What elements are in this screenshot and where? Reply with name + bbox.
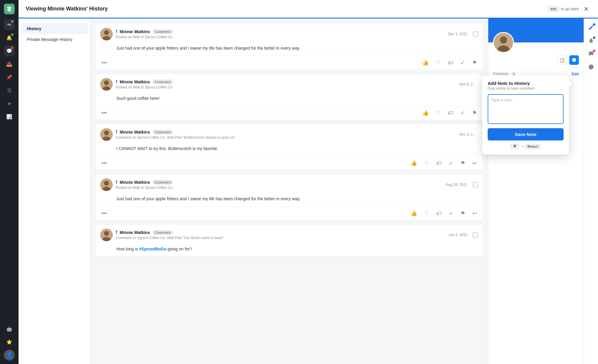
sidebar-messages[interactable]: 💬 [4, 45, 15, 56]
reply-icon[interactable]: ↩ [471, 159, 478, 168]
like-icon[interactable]: 👍 [421, 58, 430, 67]
post-header: f Minnie Watkins Customers Posted on Wal… [95, 24, 483, 43]
nav-item-private-message[interactable]: Private Message History [21, 34, 88, 45]
flag-icon[interactable]: ⚑ [471, 58, 478, 67]
sidebar-bot[interactable]: 🤖 [4, 323, 15, 334]
post-avatar [100, 178, 113, 191]
post-sub: Posted on Wall of Sprout Coffee Co. [116, 35, 445, 39]
right-chat-icon[interactable] [586, 48, 597, 59]
flag-icon[interactable]: ⚑ [459, 209, 466, 218]
more-options-icon[interactable]: ••• [100, 159, 108, 168]
post-header: f Minnie Watkins Customers Comment on Sp… [95, 224, 483, 244]
facebook-icon: f [116, 230, 117, 235]
post-avatar [100, 28, 113, 40]
sidebar-pin[interactable]: 📌 [4, 72, 15, 82]
right-compose-icon[interactable] [586, 22, 597, 33]
sidebar-analytics[interactable]: 📊 [4, 111, 15, 122]
post-date: Nov 8, 2... [459, 82, 476, 86]
heart-icon[interactable]: ♡ [423, 159, 430, 168]
post-body: How long is #SproutBoGo going on for? [95, 244, 483, 256]
flag-icon[interactable]: ⚑ [459, 159, 466, 168]
heart-icon[interactable]: ♡ [435, 108, 442, 117]
like-icon[interactable]: 👍 [409, 209, 418, 218]
profile-avatar [493, 32, 514, 53]
post-customers-tag: Customers [152, 79, 173, 84]
clipboard-button[interactable]: 📋 [557, 55, 567, 65]
check-icon[interactable]: ✓ [459, 58, 466, 67]
post-date: Jun 3, 2021 [448, 233, 467, 237]
facebook-icon: f [116, 79, 117, 85]
post-customers-tag: Customers [152, 180, 173, 185]
right-panel: 📋 Following ∨ Edit Add Note to History O… [488, 19, 584, 364]
save-note-button[interactable]: Save Note [488, 128, 564, 140]
tag-icon[interactable]: 🏷 [435, 209, 443, 218]
heart-icon[interactable]: ♡ [423, 209, 430, 218]
user-avatar[interactable]: 👤 [4, 350, 15, 360]
page-title: Viewing Minnie Watkins' History [26, 6, 548, 12]
post-header: f Minnie Watkins Customers Comment on Sp… [95, 124, 483, 144]
post-sub: Comment on Sprout Coffee Co. Wall Post "… [116, 236, 446, 240]
svg-point-19 [591, 68, 591, 68]
post-date: Aug 28, 2021 [446, 183, 467, 187]
sidebar-send[interactable]: ➤ [4, 98, 15, 109]
post-author-name: Minnie Watkins [120, 230, 150, 235]
esc-badge: esc [548, 6, 559, 12]
app-logo[interactable] [4, 4, 15, 14]
add-note-popup: Add Note to History Only visible to team… [482, 75, 569, 155]
sidebar-notifications[interactable]: 🔔 [4, 32, 15, 43]
post-body: Such good coffee here! [95, 94, 483, 106]
main-content: Viewing Minnie Watkins' History esc to g… [19, 0, 598, 364]
add-note-title: Add Note to History [488, 81, 564, 86]
svg-point-16 [500, 36, 507, 44]
sidebar-compose[interactable]: ✏ [4, 19, 15, 30]
facebook-icon: f [116, 29, 117, 34]
more-options-icon[interactable]: ••• [100, 59, 108, 67]
reply-icon[interactable]: ↩ [471, 209, 478, 218]
feed: f Minnie Watkins Customers Posted on Wal… [90, 19, 488, 364]
note-textarea[interactable] [488, 94, 564, 124]
profile-actions: 📋 [488, 53, 584, 68]
tag-icon[interactable]: 🏷 [435, 159, 443, 168]
check-icon[interactable]: ✓ [448, 209, 454, 218]
post-sub: Posted on Wall of Sprout Coffee Co. [116, 186, 443, 190]
sidebar-star[interactable]: ⭐ [4, 337, 15, 347]
svg-point-13 [104, 231, 109, 236]
tag-icon[interactable]: 🏷 [447, 109, 454, 117]
post-author-row: f Minnie Watkins Customers [116, 230, 446, 235]
post-author-name: Minnie Watkins [120, 180, 150, 185]
more-options-icon[interactable]: ••• [100, 109, 108, 117]
add-note-hint: ⌘ + Return [488, 143, 564, 149]
check-icon[interactable]: ✓ [459, 108, 466, 117]
post-checkbox[interactable] [473, 232, 478, 238]
facebook-icon: f [116, 129, 117, 135]
like-icon[interactable]: 👍 [421, 108, 430, 117]
more-options-icon[interactable]: ••• [100, 209, 108, 218]
heart-icon[interactable]: ♡ [435, 58, 442, 67]
messenger-button[interactable] [569, 55, 579, 65]
add-note-subtitle: Only visible to team members [488, 86, 564, 91]
post-avatar [100, 128, 113, 141]
sidebar-inbox[interactable]: 📥 [4, 59, 15, 69]
check-icon[interactable]: ✓ [448, 159, 454, 168]
edit-link[interactable]: Edit [571, 72, 579, 76]
right-bell-icon[interactable] [586, 35, 597, 46]
hashtag-link[interactable]: #SproutBoGo [139, 247, 166, 251]
post-avatar [100, 229, 113, 241]
tag-icon[interactable]: 🏷 [447, 59, 454, 67]
right-help-icon[interactable] [586, 62, 597, 72]
post-actions: ••• 👍 ♡ 🏷 ✓ ⚑ [95, 106, 483, 120]
svg-point-7 [104, 131, 109, 135]
svg-point-1 [104, 30, 109, 35]
post-checkbox[interactable] [473, 31, 478, 37]
post-checkbox[interactable] [473, 182, 478, 187]
post-author-row: f Minnie Watkins Customers [116, 129, 456, 135]
sidebar-tasks[interactable]: ☰ [4, 85, 15, 96]
cmd-key: ⌘ [510, 143, 519, 149]
nav-item-history[interactable]: History [21, 23, 88, 34]
close-button[interactable]: ✕ [581, 4, 591, 14]
right-sidebar [584, 19, 598, 364]
flag-icon[interactable]: ⚑ [471, 108, 478, 117]
like-icon[interactable]: 👍 [409, 159, 418, 168]
esc-hint: esc to go back [548, 6, 579, 12]
post-author-row: f Minnie Watkins Customers [116, 29, 445, 34]
